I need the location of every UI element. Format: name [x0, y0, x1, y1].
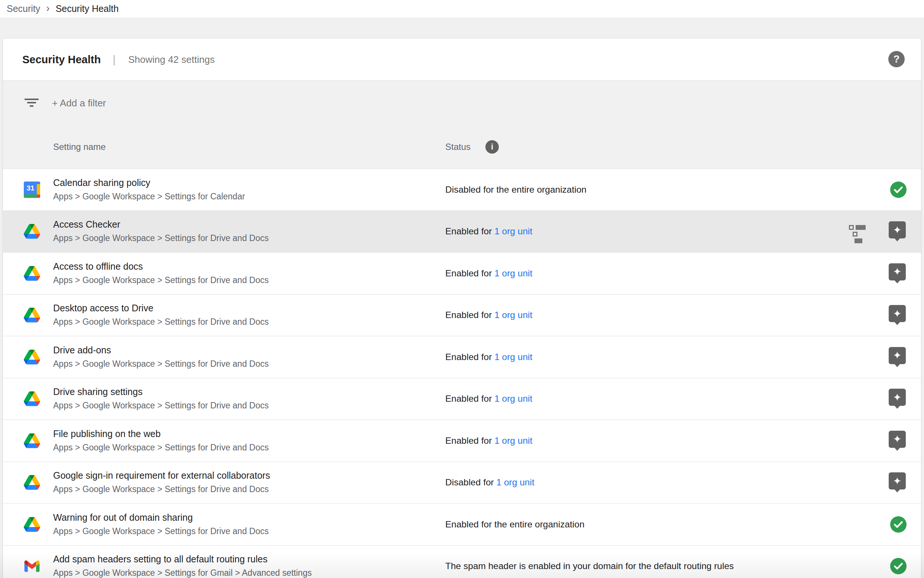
- status-text: Disabled for 1 org unit: [445, 477, 534, 488]
- google-drive-icon: [24, 265, 40, 282]
- setting-text: Calendar sharing policyApps > Google Wor…: [53, 177, 245, 202]
- org-unit-link[interactable]: 1 org unit: [494, 268, 532, 278]
- org-unit-link[interactable]: 1 org unit: [494, 435, 532, 446]
- breadcrumb-parent-link[interactable]: Security: [7, 3, 40, 14]
- status-text: Enabled for 1 org unit: [445, 352, 532, 362]
- status-text: The spam header is enabled in your domai…: [445, 561, 734, 571]
- breadcrumb-current: Security Health: [56, 3, 119, 14]
- setting-name[interactable]: Access to offline docs: [53, 261, 269, 272]
- setting-text: Desktop access to DriveApps > Google Wor…: [53, 302, 269, 328]
- google-drive-icon: [24, 391, 40, 407]
- filter-bar: + Add a filter: [3, 80, 921, 125]
- setting-text: Access CheckerApps > Google Workspace > …: [53, 219, 269, 244]
- setting-text: File publishing on the webApps > Google …: [53, 428, 269, 453]
- google-drive-icon: [24, 474, 40, 490]
- recommendation-badge-icon[interactable]: ✦: [889, 347, 906, 364]
- setting-name[interactable]: Warning for out of domain sharing: [53, 512, 269, 523]
- setting-text: Drive add-onsApps > Google Workspace > S…: [53, 344, 269, 370]
- status-text: Enabled for 1 org unit: [445, 435, 532, 446]
- table-row[interactable]: Drive sharing settingsApps > Google Work…: [3, 378, 921, 420]
- google-drive-icon: [24, 516, 40, 533]
- breadcrumb: Security › Security Health: [0, 0, 924, 18]
- status-text: Disabled for the entire organization: [445, 185, 586, 195]
- org-unit-link[interactable]: 1 org unit: [494, 393, 532, 404]
- setting-name[interactable]: Google sign-in requirement for external …: [53, 470, 270, 481]
- table-row[interactable]: Drive add-onsApps > Google Workspace > S…: [3, 336, 921, 378]
- setting-path: Apps > Google Workspace > Settings for D…: [53, 232, 269, 244]
- setting-text: Drive sharing settingsApps > Google Work…: [53, 386, 269, 411]
- recommendation-badge-icon[interactable]: ✦: [889, 389, 906, 406]
- google-drive-icon: [24, 223, 40, 240]
- org-unit-link[interactable]: 1 org unit: [494, 226, 532, 236]
- table-row[interactable]: Add spam headers setting to all default …: [3, 545, 921, 578]
- table-row[interactable]: Access to offline docsApps > Google Work…: [3, 252, 921, 294]
- recommendation-badge-icon[interactable]: ✦: [889, 431, 906, 448]
- setting-text: Google sign-in requirement for external …: [53, 470, 270, 495]
- setting-path: Apps > Google Workspace > Settings for D…: [53, 316, 269, 328]
- status-text: Enabled for 1 org unit: [445, 268, 532, 279]
- org-unit-link[interactable]: 1 org unit: [497, 477, 534, 487]
- setting-path: Apps > Google Workspace > Settings for D…: [53, 442, 269, 453]
- org-units-icon[interactable]: [849, 225, 866, 238]
- status-ok-check-icon: [890, 558, 906, 574]
- setting-name[interactable]: Access Checker: [53, 219, 269, 230]
- google-drive-icon: [24, 433, 40, 449]
- recommendation-badge-icon[interactable]: ✦: [889, 221, 906, 239]
- setting-name[interactable]: File publishing on the web: [53, 428, 269, 440]
- breadcrumb-chevron-icon: ›: [46, 2, 49, 14]
- setting-path: Apps > Google Workspace > Settings for D…: [53, 358, 269, 370]
- recommendation-badge-icon[interactable]: ✦: [889, 263, 906, 281]
- setting-name[interactable]: Add spam headers setting to all default …: [53, 554, 312, 565]
- info-icon[interactable]: i: [485, 140, 499, 154]
- setting-name[interactable]: Drive add-ons: [53, 344, 269, 356]
- column-header-status: Status: [445, 142, 471, 152]
- org-unit-link[interactable]: 1 org unit: [494, 352, 532, 362]
- table-row[interactable]: Google sign-in requirement for external …: [3, 461, 921, 503]
- add-filter-button[interactable]: + Add a filter: [52, 97, 106, 109]
- settings-table-body: 31Calendar sharing policyApps > Google W…: [3, 169, 921, 578]
- setting-name[interactable]: Calendar sharing policy: [53, 177, 245, 188]
- setting-path: Apps > Google Workspace > Settings for C…: [53, 191, 245, 202]
- recommendation-badge-icon[interactable]: ✦: [889, 305, 906, 322]
- setting-text: Access to offline docsApps > Google Work…: [53, 261, 269, 286]
- table-row[interactable]: Desktop access to DriveApps > Google Wor…: [3, 294, 921, 336]
- setting-path: Apps > Google Workspace > Settings for G…: [53, 567, 312, 578]
- setting-text: Warning for out of domain sharingApps > …: [53, 512, 269, 537]
- help-icon[interactable]: ?: [888, 51, 905, 67]
- status-text: Enabled for the entire organization: [445, 519, 585, 530]
- setting-name[interactable]: Drive sharing settings: [53, 386, 269, 398]
- page-title: Security Health: [22, 54, 101, 66]
- table-row[interactable]: Warning for out of domain sharingApps > …: [3, 503, 921, 545]
- google-drive-icon: [24, 349, 40, 365]
- setting-path: Apps > Google Workspace > Settings for D…: [53, 400, 269, 411]
- setting-name[interactable]: Desktop access to Drive: [53, 302, 269, 314]
- filter-funnel-icon[interactable]: [24, 99, 39, 107]
- status-ok-check-icon: [890, 516, 906, 533]
- setting-path: Apps > Google Workspace > Settings for D…: [53, 484, 270, 495]
- setting-path: Apps > Google Workspace > Settings for D…: [53, 526, 269, 537]
- settings-count: Showing 42 settings: [128, 54, 215, 65]
- table-header: Setting name Status i: [3, 125, 921, 169]
- status-ok-check-icon: [890, 182, 906, 198]
- security-health-card: Security Health | Showing 42 settings ? …: [3, 39, 921, 578]
- google-drive-icon: [24, 307, 40, 323]
- org-unit-link[interactable]: 1 org unit: [494, 310, 532, 320]
- setting-text: Add spam headers setting to all default …: [53, 554, 312, 578]
- status-text: Enabled for 1 org unit: [445, 310, 532, 320]
- table-row[interactable]: Access CheckerApps > Google Workspace > …: [3, 211, 921, 253]
- table-row[interactable]: 31Calendar sharing policyApps > Google W…: [3, 169, 921, 211]
- status-text: Enabled for 1 org unit: [445, 226, 532, 237]
- table-row[interactable]: File publishing on the webApps > Google …: [3, 420, 921, 461]
- recommendation-badge-icon[interactable]: ✦: [889, 472, 906, 489]
- column-header-setting-name: Setting name: [53, 142, 105, 152]
- gmail-icon: [24, 558, 40, 574]
- title-separator: |: [113, 53, 116, 66]
- status-text: Enabled for 1 org unit: [445, 393, 532, 404]
- card-header: Security Health | Showing 42 settings ?: [3, 39, 921, 80]
- setting-path: Apps > Google Workspace > Settings for D…: [53, 274, 269, 286]
- google-calendar-icon: 31: [24, 182, 40, 198]
